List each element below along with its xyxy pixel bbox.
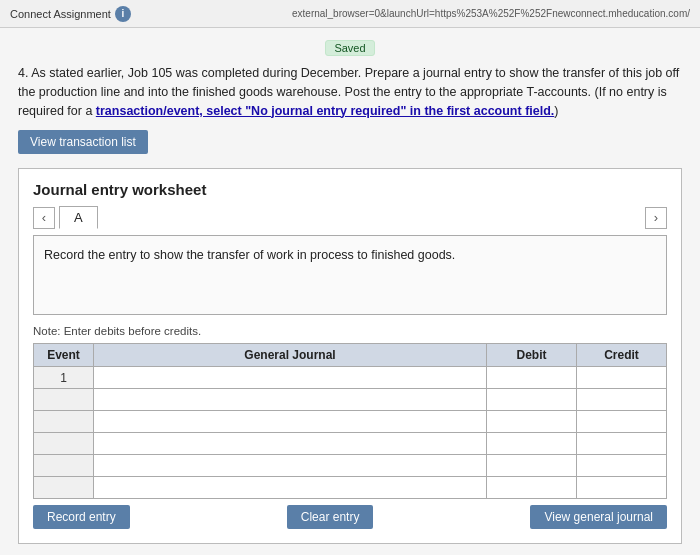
view-general-journal-button[interactable]: View general journal (530, 505, 667, 529)
table-row (34, 455, 667, 477)
credit-cell-2[interactable] (577, 389, 667, 411)
event-cell-3 (34, 411, 94, 433)
general-journal-cell-2[interactable] (94, 389, 487, 411)
col-header-general-journal: General Journal (94, 344, 487, 367)
table-row (34, 477, 667, 499)
problem-text: 4. As stated earlier, Job 105 was comple… (18, 64, 682, 120)
action-buttons: Record entry Clear entry View general jo… (33, 505, 667, 529)
event-cell-1: 1 (34, 367, 94, 389)
table-row (34, 433, 667, 455)
credit-cell-1[interactable] (577, 367, 667, 389)
table-row: 1 (34, 367, 667, 389)
general-journal-input-4[interactable] (98, 437, 482, 451)
saved-badge: Saved (325, 40, 374, 56)
event-cell-2 (34, 389, 94, 411)
event-cell-5 (34, 455, 94, 477)
connect-assignment-label: Connect Assignment (10, 8, 111, 20)
credit-input-6[interactable] (581, 481, 662, 495)
debit-cell-5[interactable] (487, 455, 577, 477)
tab-next-arrow[interactable]: › (645, 207, 667, 229)
event-cell-6 (34, 477, 94, 499)
credit-input-5[interactable] (581, 459, 662, 473)
general-journal-cell-1[interactable] (94, 367, 487, 389)
general-journal-cell-5[interactable] (94, 455, 487, 477)
general-journal-input-3[interactable] (98, 415, 482, 429)
col-header-event: Event (34, 344, 94, 367)
debit-cell-4[interactable] (487, 433, 577, 455)
main-content: Saved 4. As stated earlier, Job 105 was … (0, 28, 700, 555)
debit-cell-6[interactable] (487, 477, 577, 499)
debit-input-4[interactable] (491, 437, 572, 451)
credit-input-2[interactable] (581, 393, 662, 407)
bold-underline-text: transaction/event, select "No journal en… (96, 104, 554, 118)
col-header-debit: Debit (487, 344, 577, 367)
general-journal-cell-6[interactable] (94, 477, 487, 499)
debit-cell-2[interactable] (487, 389, 577, 411)
table-row (34, 411, 667, 433)
general-journal-input-1[interactable] (98, 371, 482, 385)
credit-cell-5[interactable] (577, 455, 667, 477)
general-journal-cell-3[interactable] (94, 411, 487, 433)
event-cell-4 (34, 433, 94, 455)
url-bar: external_browser=0&launchUrl=https%253A%… (292, 8, 690, 19)
worksheet-box: Journal entry worksheet ‹ A › Record the… (18, 168, 682, 544)
note-text: Note: Enter debits before credits. (33, 325, 667, 337)
debit-cell-3[interactable] (487, 411, 577, 433)
tab-prev-arrow[interactable]: ‹ (33, 207, 55, 229)
credit-input-4[interactable] (581, 437, 662, 451)
credit-input-1[interactable] (581, 371, 662, 385)
record-entry-button[interactable]: Record entry (33, 505, 130, 529)
clear-entry-button[interactable]: Clear entry (287, 505, 374, 529)
general-journal-input-2[interactable] (98, 393, 482, 407)
problem-number: 4. (18, 66, 28, 80)
worksheet-title: Journal entry worksheet (33, 181, 667, 198)
credit-input-3[interactable] (581, 415, 662, 429)
debit-input-5[interactable] (491, 459, 572, 473)
tab-a[interactable]: A (59, 206, 98, 229)
debit-input-3[interactable] (491, 415, 572, 429)
journal-table: Event General Journal Debit Credit 1 (33, 343, 667, 499)
credit-cell-6[interactable] (577, 477, 667, 499)
tab-content: Record the entry to show the transfer of… (33, 235, 667, 315)
debit-input-6[interactable] (491, 481, 572, 495)
general-journal-cell-4[interactable] (94, 433, 487, 455)
general-journal-input-5[interactable] (98, 459, 482, 473)
debit-input-2[interactable] (491, 393, 572, 407)
credit-cell-4[interactable] (577, 433, 667, 455)
tab-description: Record the entry to show the transfer of… (44, 248, 656, 262)
top-bar: Connect Assignment i external_browser=0&… (0, 0, 700, 28)
general-journal-input-6[interactable] (98, 481, 482, 495)
view-transaction-list-button[interactable]: View transaction list (18, 130, 148, 154)
info-icon: i (115, 6, 131, 22)
table-row (34, 389, 667, 411)
tab-navigation: ‹ A › (33, 206, 667, 229)
debit-cell-1[interactable] (487, 367, 577, 389)
debit-input-1[interactable] (491, 371, 572, 385)
top-bar-left: Connect Assignment i (10, 6, 131, 22)
col-header-credit: Credit (577, 344, 667, 367)
credit-cell-3[interactable] (577, 411, 667, 433)
